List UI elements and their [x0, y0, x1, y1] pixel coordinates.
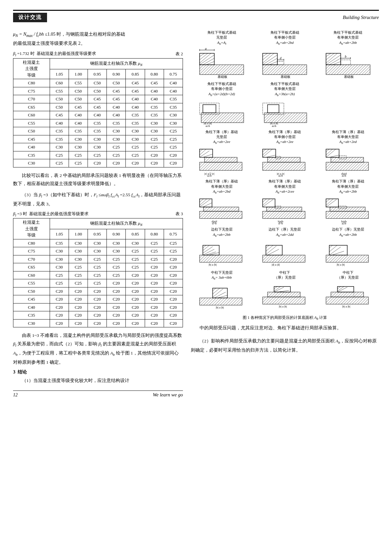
svg-rect-30: [326, 65, 370, 75]
svg-rect-58: [204, 157, 237, 162]
svg-text:|b| a |b|: |b| a |b|: [342, 305, 350, 308]
fig-cell-3a: 角柱下薄（厚）基础无垫层Ab=ab+2eе: [191, 130, 253, 177]
fig-cell-4c: 角柱下薄（厚）基础有单侧大垫层Ab=ab+2bb: [317, 179, 379, 225]
fig-label-3c: 角柱下薄（厚）基础有单侧大垫层Ab=ab+2ed: [332, 130, 364, 146]
fig-svg-6c: |b| a |b|: [323, 281, 373, 310]
svg-rect-137: [326, 255, 368, 262]
svg-rect-164: [331, 292, 364, 297]
fig-cell-1b: 角柱下平板式基础有单侧小垫层Ab=ab+2bd: [254, 30, 316, 79]
svg-rect-90: [204, 207, 239, 211]
page: 设计交流 Building Structure μN = Nmax / fcbh…: [0, 0, 392, 555]
footer-pagenum: 12: [13, 392, 18, 398]
svg-rect-67: [263, 162, 305, 170]
fig-svg-2a: |d| a |d| a≥b: [196, 98, 247, 128]
svg-line-131: [266, 245, 269, 248]
formula-block: μN = Nmax / fcbh ≤1.05 时，与钢筋混凝土柱相对应的基础 的…: [13, 30, 183, 47]
table3-col-085: 0.85: [126, 229, 145, 239]
svg-line-150: [214, 292, 226, 298]
fig-label-6b: 中柱下（厚）无垫层: [274, 270, 296, 280]
fig-label-3a: 角柱下薄（厚）基础无垫层Ab=ab+2eе: [205, 130, 238, 146]
svg-line-140: [329, 245, 337, 252]
svg-line-95: [203, 203, 212, 207]
svg-rect-68: [268, 157, 300, 162]
fig-cell-3c: 角柱下薄（厚）基础有单侧大垫层Ab=ab+2ed: [317, 130, 379, 177]
svg-line-3: [200, 53, 204, 57]
fig-svg-3c: d|a|d a≥b: [323, 146, 373, 177]
fig-row-2: 角柱下平板式基础有单侧小垫层Ab=(a+2d)(b+2d): [191, 81, 379, 128]
fig-cell-5c: 边柱下（厚）无垫层Ab=ab+2bb: [317, 227, 379, 268]
fig-label-2c: [348, 81, 349, 86]
journal-title: Building Structure: [343, 15, 379, 20]
fig-label-5c: 边柱下（厚）无垫层Ab=ab+2bb: [332, 227, 364, 238]
svg-text:b: b: [345, 55, 346, 58]
right-para1: 中的局部受压问题，尤其应注意对边、角柱下基础进行局部承压验算。: [191, 324, 379, 332]
svg-rect-129: [263, 255, 305, 262]
svg-line-35: [326, 55, 341, 65]
fig-cell-2a: 角柱下平板式基础有单侧小垫层Ab=(a+2d)(b+2d): [191, 81, 253, 128]
svg-line-151: [218, 295, 227, 298]
svg-text:a≥b: a≥b: [205, 124, 210, 128]
svg-text:d>b: d>b: [212, 222, 217, 225]
fig-svg-4a: d|a|d d>b: [196, 196, 247, 225]
header-bar: 设计交流 Building Structure: [13, 10, 379, 24]
svg-line-8: [206, 61, 214, 65]
fig-row-6: 中柱下无垫层Ab= 3ab+6bb: [191, 270, 379, 311]
svg-line-126: [209, 252, 219, 255]
svg-line-148: [213, 288, 220, 294]
table2: 柱混凝土土强度等级 钢筋混凝土柱轴压力系数 μN 1.05 1.00 0.95 …: [13, 58, 183, 167]
svg-line-112: [326, 199, 330, 202]
svg-line-122: [203, 245, 209, 251]
fig-cell-4a: 角柱下薄（厚）基础有单侧大垫层Ab=ab+2bd: [191, 179, 253, 225]
table2-title-text: βl =1.732 时 基础混凝土的最低强度等级要求: [13, 51, 96, 57]
fig-cell-1a: 角柱下平板式基础无垫层Ab=Al: [191, 30, 253, 79]
svg-line-132: [266, 245, 273, 251]
svg-line-139: [329, 245, 333, 248]
svg-rect-163: [326, 297, 368, 304]
svg-line-73: [266, 155, 276, 157]
fig-label-6c: 中柱下（厚）无垫层: [337, 270, 359, 280]
main-content: μN = Nmax / fcbh ≤1.05 时，与钢筋混凝土柱相对应的基础 的…: [13, 30, 379, 398]
table3-title: βl =3 时 基础混凝土的最低强度等级要求 表 3: [13, 211, 183, 217]
footer: 12 We learn we go: [13, 390, 183, 398]
table2-col-095: 0.95: [88, 69, 107, 79]
fig-label-3b: 角柱下薄（厚）基础有单侧小垫层Ab=ab+2eе: [269, 130, 301, 146]
paragraph1: 比较可以看出，表 2 中基础的局部承压问题较表 1 有明显改善（在同等轴压力系数…: [13, 171, 183, 188]
svg-rect-89: [200, 211, 242, 218]
svg-rect-155: [268, 292, 300, 297]
fig-svg-4c: b|a|b a≥b: [323, 196, 373, 225]
svg-line-62: [200, 151, 209, 157]
svg-text:基础板: 基础板: [344, 75, 354, 78]
svg-rect-100: [267, 207, 302, 211]
fig-cell-2c: [317, 81, 379, 128]
figures-area: 角柱下平板式基础无垫层Ab=Al: [191, 30, 379, 357]
svg-rect-109: [326, 211, 368, 218]
fig-label-4b: 角柱下薄（厚）基础有单侧大垫层Ab=ab+2сее: [269, 179, 301, 195]
svg-rect-138: [329, 245, 347, 255]
svg-text:a≥b: a≥b: [342, 222, 346, 225]
right-column: 角柱下平板式基础无垫层Ab=Al: [191, 30, 379, 398]
table3-num: 表 3: [175, 211, 183, 217]
svg-line-6: [200, 55, 214, 65]
fig-svg-1a: a 基础板: [196, 47, 247, 79]
svg-line-141: [329, 247, 341, 255]
svg-text:a≥b: a≥b: [272, 124, 277, 128]
svg-line-17: [263, 53, 268, 57]
svg-line-61: [200, 149, 206, 155]
svg-line-60: [200, 149, 203, 152]
fig-cell-2b: 角柱下平板式基础有单侧大垫层Ab=3b(a+2b) |b| a |b|: [254, 81, 316, 128]
svg-text:|d| a |d|: |d| a |d|: [272, 263, 280, 266]
svg-rect-110: [330, 207, 365, 211]
svg-line-71: [263, 149, 269, 155]
table2-col-grade: 柱混凝土土强度等级: [13, 58, 50, 79]
svg-line-37: [333, 61, 341, 65]
svg-line-147: [213, 288, 216, 291]
fig-label-4a: 角柱下薄（厚）基础有单侧大垫层Ab=ab+2bd: [205, 179, 238, 195]
svg-text:d: d: [280, 56, 282, 60]
table3-col-095: 0.95: [88, 229, 107, 239]
svg-text:基础板: 基础板: [218, 75, 227, 78]
svg-rect-79: [331, 157, 364, 162]
svg-line-70: [263, 149, 266, 152]
svg-rect-120: [203, 245, 219, 255]
fig-cell-5a: 边柱下无垫层Ab=ab+2bb: [191, 227, 253, 268]
fig-svg-6b: |b| a |b|: [259, 281, 310, 310]
